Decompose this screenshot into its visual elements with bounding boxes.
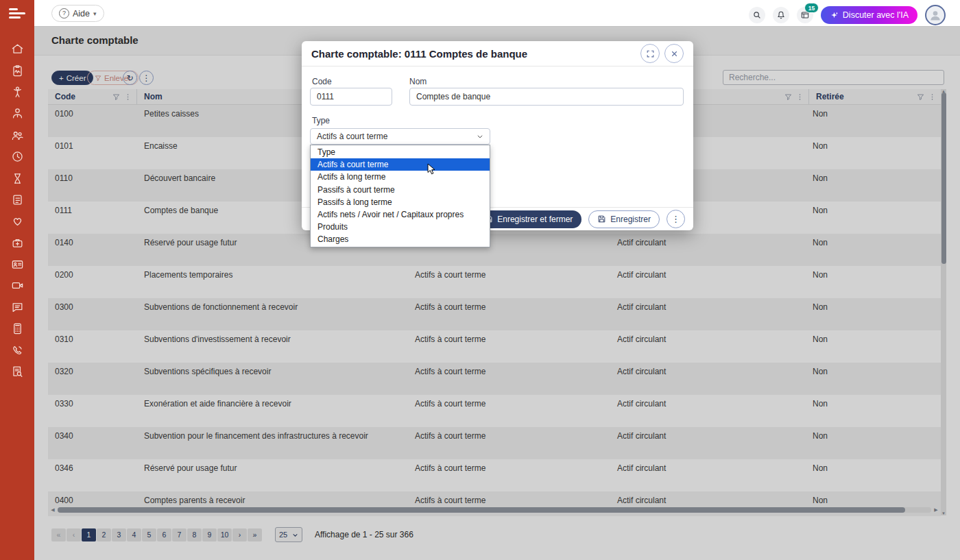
dropdown-option[interactable]: Type (311, 146, 490, 158)
sidebar-item-heart[interactable] (0, 212, 34, 233)
save-and-close-label: Enregistrer et fermer (497, 215, 573, 224)
sidebar-item-clock[interactable] (0, 147, 34, 169)
sidebar-item-calculator[interactable] (0, 319, 34, 341)
person-tie-icon (11, 107, 24, 123)
apps-button[interactable]: 15 (797, 7, 813, 23)
sidebar-item-hourglass[interactable] (0, 169, 34, 190)
nom-input[interactable] (409, 88, 684, 106)
nom-field-label: Nom (409, 77, 427, 86)
home-icon (11, 42, 24, 58)
dropdown-option[interactable]: Passifs à court terme (311, 184, 490, 196)
modal-kebab-button[interactable]: ⋮ (667, 210, 685, 228)
question-icon: ? (59, 8, 69, 19)
sidebar-item-id-card[interactable] (0, 255, 34, 276)
app-root: ? Aide ▾ 15 Discuter avec l'IA (0, 0, 960, 560)
sparkle-icon (830, 11, 839, 20)
type-field-label: Type (312, 116, 330, 125)
hourglass-icon (11, 172, 24, 188)
sidebar-item-medkit[interactable] (0, 234, 34, 255)
search-icon (752, 10, 762, 20)
chat-ai-label: Discuter avec l'IA (843, 10, 909, 20)
dropdown-option[interactable]: Actifs à court terme (311, 158, 490, 171)
search-button[interactable] (749, 7, 765, 23)
type-dropdown-list: TypeActifs à court termeActifs à long te… (310, 145, 490, 247)
dropdown-option[interactable]: Actifs nets / Avoir net / Capitaux propr… (311, 208, 490, 221)
clock-icon (11, 150, 24, 166)
sidebar-item-video[interactable] (0, 276, 34, 297)
hamburger-menu-icon[interactable] (9, 8, 27, 21)
child-icon (11, 86, 24, 101)
doc-search-icon (11, 365, 24, 381)
kebab-icon: ⋮ (671, 214, 680, 224)
calculator-icon (11, 322, 24, 338)
dropdown-option[interactable]: Passifs à long terme (311, 196, 490, 208)
notifications-button[interactable] (773, 7, 789, 23)
sidebar-item-people[interactable] (0, 126, 34, 147)
chevron-down-icon (477, 133, 483, 140)
save-and-close-button[interactable]: Enregistrer et fermer (475, 210, 581, 228)
modal-header: Charte comptable: 0111 Comptes de banque (302, 41, 693, 66)
sidebar-item-doc-search[interactable] (0, 363, 34, 384)
chat-icon (11, 301, 24, 317)
close-icon (670, 49, 679, 58)
dropdown-option[interactable]: Produits (311, 221, 490, 233)
note-icon (11, 193, 24, 209)
video-icon (11, 279, 24, 295)
heart-icon (11, 215, 24, 230)
sidebar-item-person-tie[interactable] (0, 104, 34, 125)
medkit-icon (11, 236, 24, 252)
modal-title: Charte comptable: 0111 Comptes de banque (311, 48, 636, 60)
sidebar-item-clipboard-pulse[interactable] (0, 61, 34, 82)
id-card-icon (11, 258, 24, 273)
code-field-label: Code (312, 77, 332, 86)
avatar[interactable] (925, 5, 946, 25)
chat-ai-button[interactable]: Discuter avec l'IA (821, 6, 917, 24)
notification-badge: 15 (804, 3, 818, 13)
sidebar-item-phone[interactable] (0, 341, 34, 362)
save-label: Enregistrer (610, 215, 651, 224)
sidebar-item-home[interactable] (0, 40, 34, 61)
topbar: ? Aide ▾ 15 Discuter avec l'IA (34, 0, 960, 27)
help-button-label: Aide (73, 9, 90, 19)
help-button[interactable]: ? Aide ▾ (51, 5, 104, 22)
chevron-down-icon: ▾ (93, 10, 97, 17)
sidebar-item-chat[interactable] (0, 298, 34, 319)
dropdown-option[interactable]: Actifs à long terme (311, 171, 490, 183)
clipboard-pulse-icon (11, 64, 24, 80)
close-button[interactable] (664, 44, 684, 63)
code-input[interactable] (310, 88, 392, 106)
bell-icon (776, 10, 786, 20)
save-button[interactable]: Enregistrer (588, 210, 660, 228)
user-icon (928, 8, 942, 22)
dropdown-option[interactable]: Charges (311, 233, 490, 245)
expand-button[interactable] (640, 44, 660, 63)
phone-icon (11, 344, 24, 360)
expand-icon (646, 49, 655, 58)
type-select[interactable]: Actifs à court terme (310, 128, 490, 145)
sidebar (0, 0, 34, 560)
people-icon (11, 129, 24, 145)
save-icon (597, 215, 606, 223)
sidebar-item-child[interactable] (0, 83, 34, 104)
type-select-value: Actifs à court terme (317, 132, 477, 141)
sidebar-item-note[interactable] (0, 191, 34, 212)
